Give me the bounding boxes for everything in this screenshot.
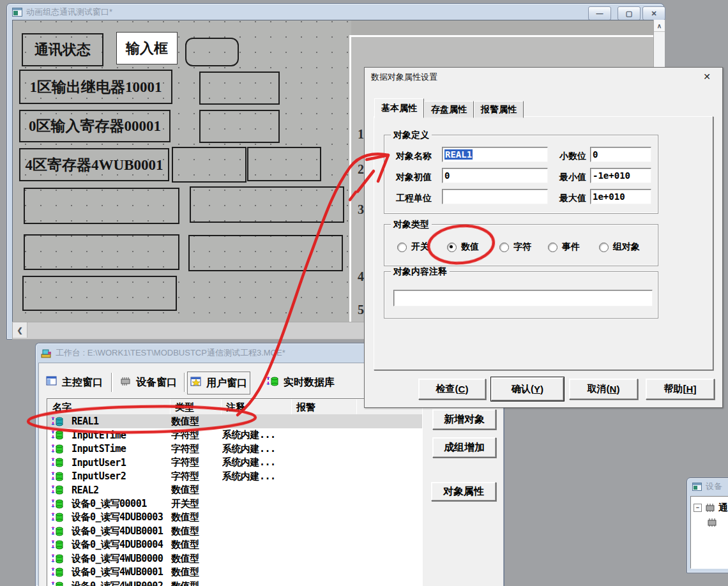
workbench-tab-设备窗口[interactable]: 设备窗口	[116, 372, 179, 393]
workbench-tab-label: 用户窗口	[206, 377, 247, 390]
workbench-tab-实时数据库[interactable]: 实时数据库	[262, 372, 337, 393]
table-row-REAL2[interactable]: REAL2数值型	[47, 483, 422, 497]
canvas-shape-empty-9[interactable]	[247, 147, 321, 181]
radio-icon[interactable]	[397, 243, 407, 252]
radio-开关[interactable]: 开关	[397, 241, 429, 253]
cell-type: 字符型	[171, 443, 222, 455]
minimize-button[interactable]: —	[588, 6, 611, 20]
cell-type: 数值型	[171, 525, 222, 537]
object-name-input[interactable]: REAL1	[442, 147, 548, 162]
table-row-InputSTime[interactable]: InputSTime字符型系统内建...	[47, 442, 422, 456]
data-object-table[interactable]: 名字类型注释报警 REAL1数值型InputETime字符型系统内建...Inp…	[47, 398, 423, 586]
table-row-设备0_读写4DUB0001[interactable]: 设备0_读写4DUB0001数值型	[47, 524, 422, 538]
radio-数值[interactable]: 数值	[447, 241, 479, 253]
column-header-注释[interactable]: 注释	[221, 399, 297, 416]
workbench-tab-用户窗口[interactable]: 用户窗口	[187, 372, 250, 394]
canvas-shape-输入框[interactable]: 输入框	[116, 32, 178, 64]
dialog-button-label: N	[610, 384, 617, 394]
max-value-input[interactable]: 1e+010	[590, 189, 651, 204]
scroll-left-button[interactable]: ❮	[13, 322, 27, 338]
button-对象属性[interactable]: 对象属性	[431, 482, 496, 501]
dialog-button-label: 取消(	[588, 383, 610, 395]
object-type-group: 对象类型 开关数值字符事件组对象	[384, 224, 658, 266]
decimal-places-input[interactable]: 0	[590, 147, 651, 162]
canvas-shape-empty-10[interactable]	[24, 188, 179, 224]
radio-组对象[interactable]: 组对象	[599, 241, 640, 253]
object-comment-input[interactable]	[393, 290, 653, 306]
column-header-报警[interactable]: 报警	[291, 399, 362, 416]
table-row-设备0_读写4WUB0001[interactable]: 设备0_读写4WUB0001数值型	[47, 566, 422, 580]
object-type-legend: 对象类型	[391, 219, 432, 230]
engineering-unit-input[interactable]	[442, 189, 548, 204]
radio-selected-icon[interactable]	[447, 243, 457, 252]
dialog-button-取消(N)[interactable]: 取消(N)	[569, 379, 638, 400]
max-value-label: 最大值	[559, 193, 586, 204]
radio-icon[interactable]	[499, 243, 509, 252]
canvas-shape-1区输出继电器10001[interactable]: 1区输出继电器10001	[19, 70, 172, 104]
column-header-类型[interactable]: 类型	[170, 399, 227, 416]
radio-字符[interactable]: 字符	[499, 241, 531, 253]
collapse-icon[interactable]: −	[694, 504, 702, 512]
form-margin-digit-3: 3	[358, 202, 364, 217]
data-object-icon	[47, 430, 72, 440]
button-新增对象[interactable]: 新增对象	[432, 409, 496, 430]
maximize-button[interactable]: ▢	[618, 6, 641, 20]
radio-事件[interactable]: 事件	[548, 241, 580, 253]
cell-type: 数值型	[171, 511, 222, 523]
data-object-icon	[50, 567, 64, 577]
table-row-InputUser1[interactable]: InputUser1字符型系统内建...	[47, 456, 422, 470]
canvas-shape-4区寄存器4WUB0001[interactable]: 4区寄存器4WUB0001	[19, 148, 169, 181]
table-row-设备0_读写00001[interactable]: 设备0_读写00001开关型	[47, 497, 422, 511]
dialog-button-确认(Y)[interactable]: 确认(Y)	[491, 377, 564, 401]
radio-icon[interactable]	[548, 243, 557, 252]
tab-报警属性[interactable]: 报警属性	[474, 101, 524, 118]
canvas-shape-empty-11[interactable]	[190, 186, 344, 223]
dialog-button-label: )	[465, 384, 468, 394]
canvas-shape-empty-12[interactable]	[24, 234, 179, 270]
dialog-close-button[interactable]: ✕	[701, 71, 713, 82]
min-value-input[interactable]: -1e+010	[590, 168, 651, 183]
form-margin-digit-2: 2	[358, 162, 364, 177]
canvas-shape-empty-13[interactable]	[188, 235, 343, 271]
object-comment-legend: 对象内容注释	[391, 266, 450, 278]
initial-value-input[interactable]: 0	[442, 168, 548, 183]
table-row-InputUser2[interactable]: InputUser2字符型系统内建...	[47, 469, 422, 483]
table-row-设备0_读写4DUB0004[interactable]: 设备0_读写4DUB0004数值型	[47, 538, 422, 552]
table-row-InputETime[interactable]: InputETime字符型系统内建...	[47, 428, 422, 442]
dialog-button-检查(C)[interactable]: 检查(C)	[418, 379, 486, 400]
table-row-设备0_读写4WUB0000[interactable]: 设备0_读写4WUB0000数值型	[47, 552, 422, 566]
canvas-shape-通讯状态[interactable]: 通讯状态	[22, 33, 103, 66]
cell-name: 设备0_读写4WUB0002	[72, 580, 171, 586]
table-row-设备0_读写4WUB0002[interactable]: 设备0_读写4WUB0002数值型	[47, 579, 422, 586]
canvas-shape-empty-4[interactable]	[199, 71, 280, 105]
table-row-设备0_读写4DUB0003[interactable]: 设备0_读写4DUB0003数值型	[47, 511, 422, 525]
dialog-title: 数据对象属性设置	[371, 71, 437, 83]
data-object-icon	[47, 513, 72, 522]
dialog-button-label: Y	[534, 384, 540, 394]
scroll-up-button[interactable]: ∧	[654, 20, 665, 32]
device-tree-root[interactable]: − 通	[694, 502, 728, 514]
close-button[interactable]: ✕	[642, 6, 665, 20]
workbench-tab-主控窗口[interactable]: 主控窗口	[43, 372, 105, 393]
radio-icon[interactable]	[599, 243, 609, 252]
cell-type: 字符型	[171, 456, 222, 469]
data-object-icon	[47, 540, 72, 550]
canvas-shape-0区输入寄存器00001[interactable]: 0区输入寄存器00001	[19, 110, 171, 142]
canvas-shape-empty-14[interactable]	[22, 276, 177, 311]
canvas-shape-empty-6[interactable]	[199, 110, 280, 143]
scroll-left-icon: ❮	[17, 326, 22, 334]
device-tree[interactable]: − 通	[690, 496, 728, 569]
data-object-icon	[47, 458, 72, 467]
device-window-titlebar: 设备	[687, 478, 728, 495]
device-tree-child[interactable]	[706, 518, 718, 527]
tab-基本属性[interactable]: 基本属性	[374, 98, 424, 118]
table-row-REAL1[interactable]: REAL1数值型	[47, 414, 422, 428]
column-header-名字[interactable]: 名字	[47, 399, 176, 416]
object-definition-group: 对象定义 对象名称 REAL1 小数位 0 对象初值 0 最小值 -1e+010…	[384, 135, 658, 214]
data-object-icon	[47, 472, 72, 481]
tab-存盘属性[interactable]: 存盘属性	[424, 101, 474, 118]
button-成组增加[interactable]: 成组增加	[432, 437, 496, 458]
canvas-shape-empty-8[interactable]	[172, 147, 246, 183]
dialog-button-帮助[H][interactable]: 帮助[H]	[646, 379, 715, 400]
canvas-shape-empty-2[interactable]	[185, 38, 239, 66]
